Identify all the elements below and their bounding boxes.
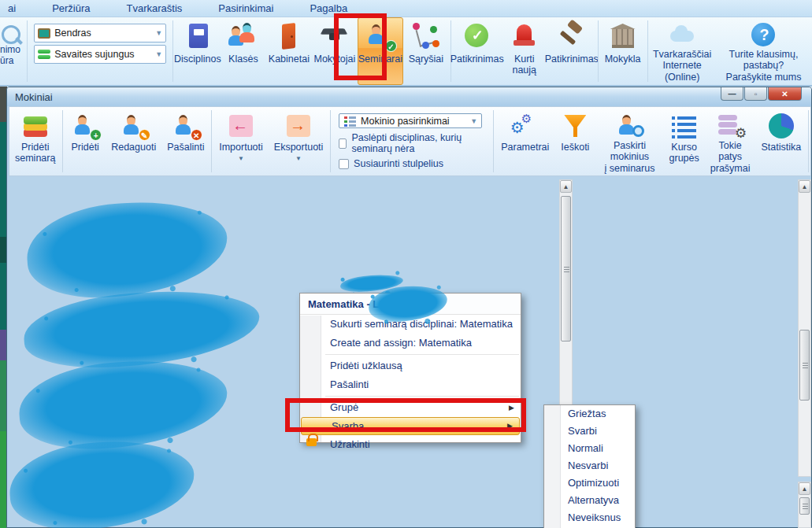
submenu-item-optimizuoti[interactable]: Optimizuoti (544, 474, 635, 492)
ribbon-button-patikrinimas[interactable]: Patikrinimas (453, 17, 502, 85)
submenu-item-normali[interactable]: Normali (544, 440, 635, 457)
board-icon (38, 28, 50, 39)
lock-icon (306, 438, 317, 446)
minimize-button[interactable]: — (721, 87, 743, 101)
submenu-item-neveiksnus[interactable]: Neveiksnus (544, 509, 635, 526)
list-icon (343, 115, 357, 127)
pencil-badge-icon: ✎ (139, 129, 150, 141)
toolbar-button-paskirti-mokinius[interactable]: Paskirti mokinius į seminarus (595, 107, 663, 175)
ribbon-button-disciplinos[interactable]: Disciplinos (175, 17, 221, 85)
context-menu-item-pridėti-užklaus[interactable]: Pridėti užklausą (300, 356, 521, 375)
import-arrow-icon (226, 112, 256, 140)
ribbon-button-label: Sąryšiai (409, 54, 443, 65)
person-assign-icon (614, 112, 644, 138)
toolbar-button-pašalinti[interactable]: ✕Pašalinti (161, 107, 209, 175)
person-shape (124, 115, 139, 135)
close-button[interactable]: ✕ (768, 87, 802, 101)
chevron-down-icon: ▼ (238, 155, 244, 162)
student-choices-select[interactable]: Mokinio pasirinkimai▼ (339, 113, 482, 128)
toolbar-button-label: Pašalinti (167, 142, 204, 153)
network-node (422, 42, 429, 49)
ribbon-button-klasės[interactable]: Klasės (221, 17, 266, 85)
context-menu-item-užrakinti[interactable]: Užrakinti (300, 435, 521, 454)
gavel-icon (557, 21, 587, 51)
toolbar-button-pridėti[interactable]: +Pridėti (65, 107, 106, 175)
toolbar-button-parametrai[interactable]: Parametrai (495, 107, 554, 175)
week-mode-select[interactable]: Savaites sujungus ▼ (34, 45, 166, 64)
window-titlebar[interactable]: Mokiniai —▫✕ (7, 87, 811, 106)
checkbox-1[interactable] (339, 159, 349, 169)
menu-separator (325, 354, 519, 355)
toolbar-button-importuoti[interactable]: Importuoti▼ (213, 107, 269, 175)
ribbon-button-patikrinimas[interactable]: Patikrinimas (547, 17, 596, 85)
ribbon-button-kurti[interactable]: Kurti naują (502, 17, 547, 85)
toolbar-button-tokie-patys[interactable]: Tokie patys prašymai (705, 107, 756, 175)
ribbon-button-tvarkaraš-iai[interactable]: Tvarkaraščiai Internete (Online) (649, 17, 715, 85)
submenu-item-svarbi[interactable]: Svarbi (544, 423, 635, 440)
toolbar-button-ieškoti[interactable]: Ieškoti (554, 107, 595, 175)
toolbar-separator (808, 110, 809, 172)
context-menu-item-create-and-assign-matematika[interactable]: Create and assign: Matematika (300, 334, 521, 353)
submenu-item-nesvarbi[interactable]: Nesvarbi (544, 457, 635, 474)
toolbar-button-pridėti[interactable]: Pridėti seminarą (9, 107, 61, 175)
submenu-item-griežtas[interactable]: Griežtas (544, 405, 635, 423)
checkbox-row: Susiaurinti stulpelius (339, 158, 485, 169)
ribbon-separator (450, 20, 451, 82)
menu-item-ai[interactable]: ai (3, 1, 20, 16)
door-icon (274, 21, 304, 51)
chevron-down-icon: ▼ (295, 155, 302, 162)
menu-item-tvarkaraštis[interactable]: Tvarkaraštis (122, 1, 187, 16)
menu-bar: aiPeržiūraTvarkaraštisPasirinkimaiPagalb… (0, 0, 812, 17)
checkbox-row: Paslėpti disciplinas, kurių seminarų nėr… (339, 132, 485, 154)
print-preview-button[interactable]: nimo ūra (0, 17, 25, 85)
ribbon-separator (27, 20, 28, 82)
ribbon-button-mokykla[interactable]: Mokykla (600, 17, 646, 85)
ribbon-separator (647, 20, 648, 82)
toolbar-button-label: Parametrai (501, 142, 549, 153)
toolbar-button-label: Tokie patys prašymai (710, 140, 751, 174)
layers-icon (20, 112, 50, 140)
bank-icon (608, 21, 638, 51)
magnifier-icon (0, 20, 24, 44)
gears-icon (510, 112, 540, 140)
siren-icon (510, 21, 539, 51)
ribbon-button-label: Patikrinimas (545, 54, 599, 65)
submenu-item-alternatyva[interactable]: Alternatyva (544, 492, 635, 509)
toolbar-button-statistika[interactable]: Statistika (756, 107, 807, 175)
window-title: Mokiniai (15, 91, 53, 103)
window-toolbar: Pridėti seminarą+Pridėti✎Redaguoti✕Pašal… (9, 106, 811, 176)
toolbar-button-redaguoti[interactable]: ✎Redaguoti (106, 107, 161, 175)
export-arrow-icon (284, 112, 313, 140)
annotation-box-seminarai (334, 13, 387, 80)
person-shape (75, 115, 91, 135)
checkbox-0[interactable] (339, 138, 347, 149)
ribbon-button-s-ryšiai[interactable]: Sąryšiai (403, 17, 449, 85)
ribbon: nimo ūra Bendras ▼ Savaites sujungus ▼ D… (0, 17, 812, 87)
toolbar-separator (62, 110, 63, 172)
menu-item-peržiūra[interactable]: Peržiūra (47, 1, 95, 16)
toolbar-options: Mokinio pasirinkimai▼Paslėpti disciplina… (332, 107, 491, 175)
toolbar-button-label: Eksportuoti (274, 142, 324, 153)
notebook-icon (183, 21, 213, 51)
toolbar-button-eksportuoti[interactable]: Eksportuoti▼ (269, 107, 329, 175)
x-badge-icon: ✕ (191, 129, 202, 141)
people-icon (228, 21, 258, 51)
ribbon-button-kabinetai[interactable]: Kabinetai (266, 17, 312, 85)
cloud-icon (667, 21, 697, 46)
ribbon-button-turite-klausimų[interactable]: Turite klausimų, pastabų? Parašykite mum… (715, 17, 812, 85)
menu-item-pasirinkimai[interactable]: Pasirinkimai (213, 1, 278, 16)
chevron-down-icon: ▼ (155, 29, 162, 37)
maximize-button[interactable]: ▫ (744, 87, 767, 101)
checkbox-label: Paslėpti disciplinas, kurių seminarų nėr… (351, 132, 485, 154)
week-mode-value: Savaites sujungus (54, 49, 134, 60)
help-icon (748, 21, 778, 46)
person-remove-icon: ✕ (171, 112, 201, 140)
view-mode-select[interactable]: Bendras ▼ (34, 24, 166, 42)
toolbar-button-label: Redaguoti (111, 142, 156, 153)
ribbon-button-label: Kurti naują (512, 54, 536, 76)
ribbon-button-label: Turite klausimų, pastabų? Parašykite mum… (720, 49, 807, 83)
context-menu-item-pašalinti[interactable]: Pašalinti (300, 375, 521, 394)
plus-badge-icon: + (90, 129, 102, 141)
blue-scribble (368, 284, 449, 324)
toolbar-button-kurso[interactable]: Kurso grupės (664, 107, 705, 175)
